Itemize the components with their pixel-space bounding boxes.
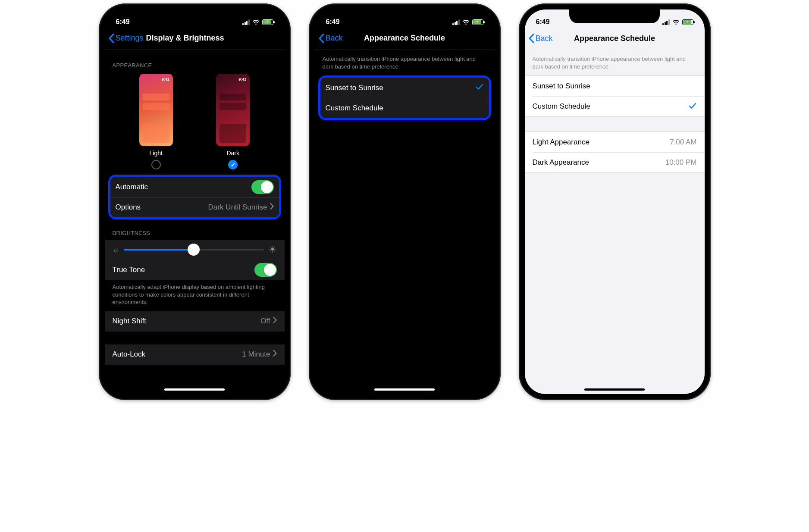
custom-schedule-row[interactable]: Custom Schedule bbox=[320, 98, 489, 118]
wifi-icon bbox=[672, 19, 680, 25]
light-thumbnail: 9:41 bbox=[139, 74, 173, 146]
options-row[interactable]: Options Dark Until Sunrise bbox=[110, 197, 279, 217]
custom-schedule-label: Custom Schedule bbox=[533, 102, 590, 111]
cellular-icon bbox=[662, 19, 670, 25]
light-appearance-row[interactable]: Light Appearance 7:00 AM bbox=[525, 132, 705, 152]
schedule-options-group: Sunset to Sunrise Custom Schedule bbox=[525, 75, 705, 117]
chevron-right-icon bbox=[273, 350, 277, 359]
brightness-group: ☼ ☀ True Tone bbox=[105, 240, 285, 280]
phone-schedule-dark: 6:49 ⚡ Back Appearance Schedule Automati… bbox=[309, 3, 501, 400]
dark-appearance-row[interactable]: Dark Appearance 10:00 PM bbox=[533, 152, 705, 172]
automatic-label: Automatic bbox=[116, 183, 148, 191]
cellular-icon bbox=[452, 19, 460, 25]
nav-bar: Settings Display & Brightness bbox=[105, 29, 285, 50]
dark-radio[interactable] bbox=[228, 160, 238, 169]
dark-thumbnail: 9:41 bbox=[216, 74, 250, 146]
appearance-options: 9:41 Light 9:41 Dark bbox=[105, 72, 285, 175]
status-time: 6:49 bbox=[116, 18, 130, 26]
nav-bar: Back Appearance Schedule bbox=[315, 29, 495, 50]
automatic-row[interactable]: Automatic bbox=[110, 177, 279, 197]
brightness-slider-row[interactable]: ☼ ☀ bbox=[105, 240, 285, 260]
auto-lock-row[interactable]: Auto-Lock 1 Minute bbox=[105, 344, 285, 365]
schedule-footnote: Automatically transition iPhone appearan… bbox=[315, 52, 495, 75]
sunset-sunrise-row[interactable]: Sunset to Sunrise bbox=[525, 76, 705, 96]
status-time: 6:49 bbox=[326, 18, 340, 26]
device-notch bbox=[359, 9, 450, 23]
brightness-header: BRIGHTNESS bbox=[105, 219, 285, 240]
auto-lock-label: Auto-Lock bbox=[113, 350, 146, 359]
options-value: Dark Until Sunrise bbox=[208, 203, 267, 212]
chevron-right-icon bbox=[273, 317, 277, 325]
device-notch bbox=[569, 9, 660, 23]
light-radio[interactable] bbox=[151, 160, 161, 169]
appearance-header: APPEARANCE bbox=[105, 52, 285, 72]
light-label: Light bbox=[150, 150, 163, 156]
auto-lock-group: Auto-Lock 1 Minute bbox=[105, 344, 285, 365]
checkmark-icon bbox=[475, 82, 484, 93]
true-tone-row[interactable]: True Tone bbox=[105, 260, 285, 280]
back-button[interactable]: Back bbox=[318, 34, 343, 43]
auto-lock-value: 1 Minute bbox=[242, 350, 270, 359]
night-shift-row[interactable]: Night Shift Off bbox=[105, 311, 285, 332]
dark-appearance-time: 10:00 PM bbox=[665, 158, 697, 167]
light-appearance-time: 7:00 AM bbox=[670, 138, 696, 147]
phone-display-brightness: 6:49 ⚡ Settings Display & Brightness APP… bbox=[99, 3, 291, 400]
automatic-toggle[interactable] bbox=[251, 180, 274, 194]
phone-schedule-light: 6:49 ⚡ Back Appearance Schedule Automati… bbox=[519, 3, 711, 400]
true-tone-label: True Tone bbox=[113, 266, 145, 274]
back-label: Settings bbox=[116, 34, 144, 43]
wifi-icon bbox=[462, 19, 470, 25]
light-appearance-label: Light Appearance bbox=[533, 138, 590, 147]
schedule-footnote: Automatically transition iPhone appearan… bbox=[525, 52, 705, 75]
sunset-sunrise-row[interactable]: Sunset to Sunrise bbox=[320, 78, 489, 98]
appearance-dark-option[interactable]: 9:41 Dark bbox=[216, 74, 250, 169]
true-tone-footnote: Automatically adapt iPhone display based… bbox=[105, 280, 285, 311]
night-shift-label: Night Shift bbox=[113, 317, 146, 325]
checkmark-icon bbox=[688, 101, 697, 112]
sunset-sunrise-label: Sunset to Sunrise bbox=[326, 84, 383, 92]
sun-low-icon: ☼ bbox=[113, 245, 120, 254]
back-button[interactable]: Back bbox=[528, 34, 553, 43]
wifi-icon bbox=[252, 19, 260, 25]
sun-high-icon: ☀ bbox=[268, 244, 277, 255]
home-indicator[interactable] bbox=[374, 388, 435, 391]
night-shift-group: Night Shift Off bbox=[105, 311, 285, 332]
cellular-icon bbox=[242, 19, 250, 25]
home-indicator[interactable] bbox=[164, 388, 225, 391]
home-indicator[interactable] bbox=[584, 388, 645, 391]
battery-icon: ⚡ bbox=[472, 19, 483, 25]
nav-bar: Back Appearance Schedule bbox=[525, 29, 705, 50]
options-label: Options bbox=[116, 203, 141, 212]
sunset-sunrise-label: Sunset to Sunrise bbox=[533, 82, 590, 91]
custom-schedule-row[interactable]: Custom Schedule bbox=[533, 96, 705, 116]
back-button[interactable]: Settings bbox=[108, 34, 144, 43]
back-label: Back bbox=[326, 34, 343, 43]
true-tone-toggle[interactable] bbox=[254, 263, 277, 277]
back-label: Back bbox=[536, 34, 553, 43]
night-shift-value: Off bbox=[260, 317, 270, 325]
brightness-slider[interactable] bbox=[124, 249, 264, 250]
dark-appearance-label: Dark Appearance bbox=[533, 158, 589, 167]
page-title: Display & Brightness bbox=[146, 34, 224, 43]
appearance-light-option[interactable]: 9:41 Light bbox=[139, 74, 173, 169]
chevron-right-icon bbox=[270, 203, 274, 212]
custom-schedule-label: Custom Schedule bbox=[326, 104, 383, 113]
battery-icon: ⚡ bbox=[262, 19, 273, 25]
battery-icon: ⚡ bbox=[682, 19, 693, 25]
schedule-highlight: Sunset to Sunrise Custom Schedule bbox=[318, 75, 491, 120]
device-notch bbox=[149, 9, 240, 23]
automatic-highlight: Automatic Options Dark Until Sunrise bbox=[108, 175, 281, 219]
status-time: 6:49 bbox=[536, 18, 550, 26]
time-group: Light Appearance 7:00 AM Dark Appearance… bbox=[525, 131, 705, 173]
dark-label: Dark bbox=[226, 150, 239, 156]
